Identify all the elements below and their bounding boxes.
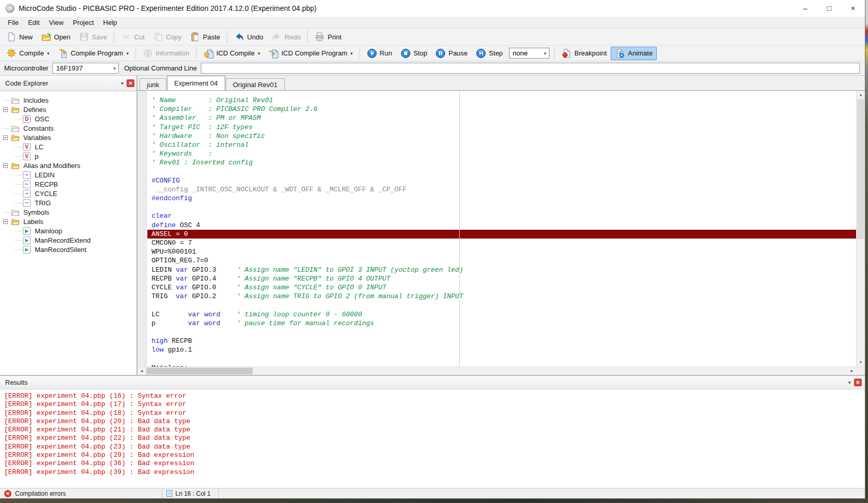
tree-item-variables[interactable]: Variables <box>0 133 136 142</box>
tree-item-mainloop[interactable]: ▶Mainloop <box>0 226 136 235</box>
tree-item-lc[interactable]: VLC <box>0 142 136 151</box>
code-line: __config _INTRC_OSC_NOCLKOUT & _WDT_OFF … <box>147 185 856 194</box>
error-message[interactable]: [ERROR] experiment 04.pbp (17) : Syntax … <box>4 400 865 409</box>
tab-experiment-04[interactable]: Experiment 04 <box>167 76 225 90</box>
tree-item-label: ManRecordExtend <box>35 236 91 244</box>
chevron-down-icon[interactable]: ▾ <box>845 380 854 385</box>
minimize-button[interactable]: – <box>793 0 817 17</box>
pause-button[interactable]: Pause <box>431 47 472 60</box>
undo-button[interactable]: Undo <box>230 30 267 44</box>
scroll-right-icon[interactable]: ▸ <box>848 367 856 375</box>
tree-item-alias-and-modifiers[interactable]: Alias and Modifiers <box>0 161 136 170</box>
tree-leader <box>15 184 22 185</box>
error-message[interactable]: [ERROR] experiment 04.pbp (39) : Bad exp… <box>4 468 865 477</box>
editor-gutter <box>137 91 147 367</box>
close-panel-icon[interactable]: ✕ <box>854 379 862 386</box>
collapse-icon[interactable] <box>3 135 8 140</box>
tree-item-constants[interactable]: Constants <box>0 123 136 133</box>
redo-button[interactable]: Redo <box>267 30 305 44</box>
maximize-button[interactable]: □ <box>817 0 841 17</box>
animate-speed-select[interactable]: none▾ <box>509 48 549 59</box>
tree-item-labels[interactable]: Labels <box>0 217 136 226</box>
microcontroller-select[interactable]: 16F1937 ▾ <box>52 63 119 74</box>
menu-file[interactable]: File <box>3 17 23 29</box>
error-message[interactable]: [ERROR] experiment 04.pbp (18) : Syntax … <box>4 409 865 417</box>
animate-button[interactable]: Animate <box>611 47 657 60</box>
tree-item-osc[interactable]: DOSC <box>0 114 136 123</box>
compile-program-button[interactable]: Compile Program▾ <box>53 47 133 60</box>
tree-item-ledin[interactable]: ~LEDIN <box>0 170 136 179</box>
icd-compile-button[interactable]: ICD Compile▾ <box>199 47 264 60</box>
paste-button[interactable]: Paste <box>186 30 224 44</box>
close-button[interactable]: × <box>841 0 865 17</box>
open-button[interactable]: Open <box>37 30 75 44</box>
command-line-input[interactable] <box>201 63 860 74</box>
save-label: Save <box>92 33 107 41</box>
scroll-up-icon[interactable]: ▴ <box>857 91 865 99</box>
toolbar-separator <box>227 30 227 44</box>
tree-item-manrecordextend[interactable]: ▶ManRecordExtend <box>0 235 136 245</box>
icd-compile-program-button[interactable]: ICD Compile Program▾ <box>264 47 357 60</box>
tab-junk[interactable]: junk <box>140 78 167 90</box>
error-message[interactable]: [ERROR] experiment 04.pbp (29) : Bad exp… <box>4 451 865 459</box>
scroll-left-icon[interactable]: ◂ <box>137 367 146 375</box>
main-area: Code Explorer ▾ ✕ IncludesDefinesDOSCCon… <box>0 76 865 375</box>
chevron-down-icon: ▾ <box>544 51 549 56</box>
horizontal-scrollbar[interactable]: ◂ ▸ <box>137 367 865 375</box>
collapse-icon[interactable] <box>3 107 8 112</box>
tree-item-symbols[interactable]: Symbols <box>0 207 136 217</box>
tree-leader <box>15 249 22 250</box>
run-button[interactable]: Run <box>363 47 396 60</box>
collapse-icon[interactable] <box>3 163 8 168</box>
error-message[interactable]: [ERROR] experiment 04.pbp (20) : Bad dat… <box>4 417 865 426</box>
paste-label: Paste <box>203 33 220 41</box>
highlighted-code-line: ANSEL = 0 <box>147 230 856 239</box>
tree-item-manrecordsilent[interactable]: ▶ManRecordSilent <box>0 245 136 254</box>
error-message[interactable]: [ERROR] experiment 04.pbp (22) : Bad dat… <box>4 434 865 442</box>
tree-item-label: Includes <box>23 96 48 104</box>
tab-original-rev01[interactable]: Original Rev01 <box>226 78 285 90</box>
menu-view[interactable]: View <box>44 17 68 29</box>
error-message[interactable]: [ERROR] experiment 04.pbp (36) : Bad exp… <box>4 459 865 468</box>
cut-button[interactable]: ✂Cut <box>117 30 148 44</box>
step-button[interactable]: Step <box>472 47 507 60</box>
error-list: [ERROR] experiment 04.pbp (16) : Syntax … <box>0 389 865 488</box>
pause-label: Pause <box>448 49 467 57</box>
copy-button[interactable]: Copy <box>149 30 186 44</box>
menu-project[interactable]: Project <box>68 17 98 29</box>
menu-bar: FileEditViewProjectHelp <box>0 17 865 29</box>
tree-item-includes[interactable]: Includes <box>0 95 136 105</box>
menu-edit[interactable]: Edit <box>23 17 44 29</box>
undo-icon <box>234 32 244 42</box>
compile-program-label: Compile Program <box>71 49 123 57</box>
tree-item-defines[interactable]: Defines <box>0 105 136 114</box>
error-message[interactable]: [ERROR] experiment 04.pbp (21) : Bad dat… <box>4 426 865 434</box>
scroll-down-icon[interactable]: ▾ <box>857 358 865 367</box>
vertical-scrollbar[interactable]: ▴ ▾ <box>856 91 865 367</box>
new-button[interactable]: New <box>2 30 37 44</box>
save-button[interactable]: Save <box>75 30 112 44</box>
vertical-scroll-thumb[interactable] <box>857 99 864 239</box>
tree-item-recpb[interactable]: ~RECPB <box>0 179 136 189</box>
error-message[interactable]: [ERROR] experiment 04.pbp (23) : Bad dat… <box>4 443 865 451</box>
animate-label: Animate <box>628 49 653 57</box>
information-button[interactable]: Information <box>139 47 194 60</box>
redo-icon <box>271 32 282 42</box>
collapse-icon[interactable] <box>3 219 8 224</box>
code-editor[interactable]: ' Name : Original Rev01' Compiler : PICB… <box>137 91 856 367</box>
print-button[interactable]: Print <box>310 30 346 44</box>
breakpoint-button[interactable]: Breakpoint <box>557 47 611 60</box>
error-message[interactable]: [ERROR] experiment 04.pbp (16) : Syntax … <box>4 392 865 400</box>
close-panel-icon[interactable]: ✕ <box>127 79 134 87</box>
code-line <box>147 203 856 212</box>
stop-button[interactable]: Stop <box>396 47 432 60</box>
tree-item-p[interactable]: Vp <box>0 151 136 161</box>
menu-help[interactable]: Help <box>99 17 122 29</box>
tree-item-cycle[interactable]: ~CYCLE <box>0 189 136 198</box>
compile-button[interactable]: Compile▾ <box>2 47 53 60</box>
chevron-down-icon[interactable]: ▾ <box>118 80 127 86</box>
paste-icon <box>190 32 200 42</box>
tree-item-trig[interactable]: ~TRIG <box>0 198 136 207</box>
toolbar-separator <box>360 47 360 59</box>
horizontal-scroll-thumb[interactable] <box>146 368 253 374</box>
